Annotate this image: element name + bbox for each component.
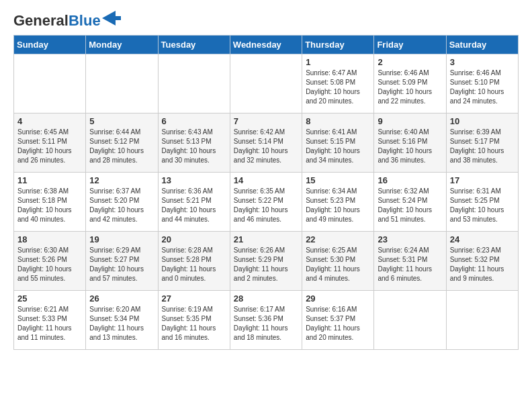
- day-number: 29: [306, 293, 370, 304]
- calendar-cell: 12Sunrise: 6:37 AM Sunset: 5:20 PM Dayli…: [86, 173, 158, 232]
- calendar-cell: 2Sunrise: 6:46 AM Sunset: 5:09 PM Daylig…: [374, 54, 446, 113]
- day-number: 3: [450, 57, 515, 67]
- day-number: 16: [378, 175, 442, 185]
- cell-content: Sunrise: 6:45 AM Sunset: 5:11 PM Dayligh…: [17, 128, 82, 165]
- cell-content: Sunrise: 6:41 AM Sunset: 5:15 PM Dayligh…: [306, 128, 370, 165]
- day-number: 27: [162, 293, 226, 304]
- calendar-cell: 14Sunrise: 6:35 AM Sunset: 5:22 PM Dayli…: [230, 173, 302, 232]
- cell-content: Sunrise: 6:34 AM Sunset: 5:23 PM Dayligh…: [306, 187, 370, 224]
- day-number: 10: [450, 116, 515, 126]
- day-number: 9: [378, 116, 442, 126]
- day-number: 23: [378, 234, 442, 244]
- day-number: 8: [306, 116, 370, 126]
- weekday-header-friday: Friday: [374, 36, 446, 54]
- day-number: 5: [89, 116, 154, 126]
- cell-content: Sunrise: 6:30 AM Sunset: 5:26 PM Dayligh…: [17, 246, 82, 283]
- calendar-cell: 25Sunrise: 6:21 AM Sunset: 5:33 PM Dayli…: [14, 291, 86, 350]
- cell-content: Sunrise: 6:35 AM Sunset: 5:22 PM Dayligh…: [234, 187, 298, 224]
- calendar-cell: [14, 54, 86, 113]
- calendar-week-row: 1Sunrise: 6:47 AM Sunset: 5:08 PM Daylig…: [14, 54, 519, 113]
- calendar-cell: 8Sunrise: 6:41 AM Sunset: 5:15 PM Daylig…: [302, 113, 374, 173]
- day-number: 20: [162, 234, 226, 244]
- logo-general: General: [13, 12, 69, 29]
- day-number: 15: [306, 175, 370, 185]
- weekday-header-saturday: Saturday: [446, 36, 518, 54]
- calendar-cell: 7Sunrise: 6:42 AM Sunset: 5:14 PM Daylig…: [230, 113, 302, 173]
- day-number: 12: [89, 175, 154, 185]
- calendar-cell: [158, 54, 230, 113]
- cell-content: Sunrise: 6:39 AM Sunset: 5:17 PM Dayligh…: [450, 128, 515, 165]
- day-number: 13: [162, 175, 226, 185]
- calendar-table: SundayMondayTuesdayWednesdayThursdayFrid…: [13, 35, 519, 350]
- calendar-cell: 5Sunrise: 6:44 AM Sunset: 5:12 PM Daylig…: [86, 113, 158, 173]
- cell-content: Sunrise: 6:26 AM Sunset: 5:29 PM Dayligh…: [234, 246, 298, 283]
- calendar-cell: [446, 291, 518, 350]
- calendar-cell: 11Sunrise: 6:38 AM Sunset: 5:18 PM Dayli…: [14, 173, 86, 232]
- calendar-week-row: 25Sunrise: 6:21 AM Sunset: 5:33 PM Dayli…: [14, 291, 519, 350]
- cell-content: Sunrise: 6:40 AM Sunset: 5:16 PM Dayligh…: [378, 128, 442, 165]
- logo-blue: Blue: [69, 12, 101, 29]
- cell-content: Sunrise: 6:23 AM Sunset: 5:32 PM Dayligh…: [450, 246, 515, 283]
- calendar-week-row: 18Sunrise: 6:30 AM Sunset: 5:26 PM Dayli…: [14, 232, 519, 291]
- cell-content: Sunrise: 6:42 AM Sunset: 5:14 PM Dayligh…: [234, 128, 298, 165]
- page-header: GeneralBlue: [13, 13, 519, 28]
- cell-content: Sunrise: 6:19 AM Sunset: 5:35 PM Dayligh…: [162, 305, 226, 342]
- calendar-cell: 9Sunrise: 6:40 AM Sunset: 5:16 PM Daylig…: [374, 113, 446, 173]
- calendar-header-row: SundayMondayTuesdayWednesdayThursdayFrid…: [14, 36, 519, 54]
- calendar-cell: 24Sunrise: 6:23 AM Sunset: 5:32 PM Dayli…: [446, 232, 518, 291]
- day-number: 19: [89, 234, 154, 244]
- calendar-cell: 26Sunrise: 6:20 AM Sunset: 5:34 PM Dayli…: [86, 291, 158, 350]
- cell-content: Sunrise: 6:21 AM Sunset: 5:33 PM Dayligh…: [17, 305, 82, 342]
- calendar-cell: [86, 54, 158, 113]
- cell-content: Sunrise: 6:31 AM Sunset: 5:25 PM Dayligh…: [450, 187, 515, 224]
- cell-content: Sunrise: 6:17 AM Sunset: 5:36 PM Dayligh…: [234, 305, 298, 342]
- calendar-cell: 29Sunrise: 6:16 AM Sunset: 5:37 PM Dayli…: [302, 291, 374, 350]
- calendar-cell: [230, 54, 302, 113]
- day-number: 21: [234, 234, 298, 244]
- calendar-cell: [374, 291, 446, 350]
- day-number: 26: [89, 293, 154, 304]
- calendar-cell: 4Sunrise: 6:45 AM Sunset: 5:11 PM Daylig…: [14, 113, 86, 173]
- weekday-header-thursday: Thursday: [302, 36, 374, 54]
- cell-content: Sunrise: 6:38 AM Sunset: 5:18 PM Dayligh…: [17, 187, 82, 224]
- cell-content: Sunrise: 6:25 AM Sunset: 5:30 PM Dayligh…: [306, 246, 370, 283]
- day-number: 6: [162, 116, 226, 126]
- cell-content: Sunrise: 6:43 AM Sunset: 5:13 PM Dayligh…: [162, 128, 226, 165]
- cell-content: Sunrise: 6:32 AM Sunset: 5:24 PM Dayligh…: [378, 187, 442, 224]
- calendar-cell: 6Sunrise: 6:43 AM Sunset: 5:13 PM Daylig…: [158, 113, 230, 173]
- weekday-header-tuesday: Tuesday: [158, 36, 230, 54]
- day-number: 25: [17, 293, 82, 304]
- calendar-cell: 18Sunrise: 6:30 AM Sunset: 5:26 PM Dayli…: [14, 232, 86, 291]
- weekday-header-wednesday: Wednesday: [230, 36, 302, 54]
- weekday-header-sunday: Sunday: [14, 36, 86, 54]
- day-number: 28: [234, 293, 298, 304]
- calendar-week-row: 4Sunrise: 6:45 AM Sunset: 5:11 PM Daylig…: [14, 113, 519, 173]
- calendar-cell: 1Sunrise: 6:47 AM Sunset: 5:08 PM Daylig…: [302, 54, 374, 113]
- logo: GeneralBlue: [13, 13, 121, 28]
- calendar-cell: 13Sunrise: 6:36 AM Sunset: 5:21 PM Dayli…: [158, 173, 230, 232]
- day-number: 18: [17, 234, 82, 244]
- calendar-cell: 20Sunrise: 6:28 AM Sunset: 5:28 PM Dayli…: [158, 232, 230, 291]
- cell-content: Sunrise: 6:20 AM Sunset: 5:34 PM Dayligh…: [89, 305, 154, 342]
- weekday-header-monday: Monday: [86, 36, 158, 54]
- calendar-cell: 3Sunrise: 6:46 AM Sunset: 5:10 PM Daylig…: [446, 54, 518, 113]
- calendar-cell: 17Sunrise: 6:31 AM Sunset: 5:25 PM Dayli…: [446, 173, 518, 232]
- calendar-cell: 21Sunrise: 6:26 AM Sunset: 5:29 PM Dayli…: [230, 232, 302, 291]
- day-number: 4: [17, 116, 82, 126]
- logo-text: GeneralBlue: [13, 13, 101, 28]
- calendar-cell: 15Sunrise: 6:34 AM Sunset: 5:23 PM Dayli…: [302, 173, 374, 232]
- calendar-cell: 19Sunrise: 6:29 AM Sunset: 5:27 PM Dayli…: [86, 232, 158, 291]
- calendar-week-row: 11Sunrise: 6:38 AM Sunset: 5:18 PM Dayli…: [14, 173, 519, 232]
- day-number: 17: [450, 175, 515, 185]
- logo-icon: [102, 11, 121, 26]
- day-number: 1: [306, 57, 370, 67]
- cell-content: Sunrise: 6:47 AM Sunset: 5:08 PM Dayligh…: [306, 68, 370, 106]
- calendar-cell: 27Sunrise: 6:19 AM Sunset: 5:35 PM Dayli…: [158, 291, 230, 350]
- calendar-cell: 10Sunrise: 6:39 AM Sunset: 5:17 PM Dayli…: [446, 113, 518, 173]
- cell-content: Sunrise: 6:28 AM Sunset: 5:28 PM Dayligh…: [162, 246, 226, 283]
- cell-content: Sunrise: 6:37 AM Sunset: 5:20 PM Dayligh…: [89, 187, 154, 224]
- day-number: 14: [234, 175, 298, 185]
- calendar-cell: 23Sunrise: 6:24 AM Sunset: 5:31 PM Dayli…: [374, 232, 446, 291]
- day-number: 7: [234, 116, 298, 126]
- cell-content: Sunrise: 6:46 AM Sunset: 5:10 PM Dayligh…: [450, 68, 515, 106]
